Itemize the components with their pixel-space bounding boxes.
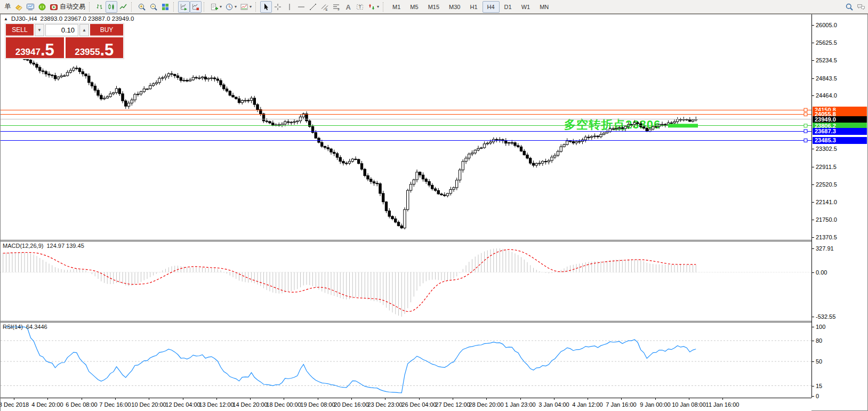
horizontal-line-button[interactable] bbox=[295, 1, 307, 13]
timeframe-h4[interactable]: H4 bbox=[483, 1, 500, 13]
macd-indicator-pane[interactable] bbox=[1, 241, 811, 321]
timeframe-mn[interactable]: MN bbox=[535, 1, 553, 13]
auto-scroll-icon bbox=[180, 3, 188, 11]
tickets-button[interactable] bbox=[13, 1, 25, 13]
price-axis-label: 22520.5 bbox=[816, 181, 837, 188]
rsi-axis-label: 50 bbox=[816, 358, 822, 365]
timeframe-w1[interactable]: W1 bbox=[517, 1, 535, 13]
zoom-in-button[interactable] bbox=[136, 1, 148, 13]
templates-button[interactable]: ▾ bbox=[238, 1, 253, 13]
chat-button[interactable] bbox=[855, 1, 867, 13]
chart-symbol-period: DJ30-,H4 bbox=[11, 15, 37, 22]
rsi-indicator-label: RSI(14)64.3446 bbox=[3, 324, 47, 330]
time-axis-label: 14 Dec 20:00 bbox=[232, 401, 267, 408]
price-axis-label: 23302.5 bbox=[816, 146, 837, 152]
time-axis-label: 7 Jan 16:00 bbox=[606, 401, 637, 408]
time-axis-label: 13 Dec 12:00 bbox=[199, 401, 234, 408]
crosshair-button[interactable] bbox=[272, 1, 284, 13]
buy-price-box[interactable]: 23955 .5 bbox=[66, 37, 124, 58]
tickets-icon bbox=[14, 3, 23, 11]
support-price-chip: 23485.3 bbox=[813, 137, 867, 144]
time-axis-label: 18 Dec 00:00 bbox=[266, 401, 301, 408]
time-axis-label: 23 Dec 23:00 bbox=[367, 401, 402, 408]
line-chart-button[interactable] bbox=[117, 1, 129, 13]
volume-up-button[interactable]: ▲ bbox=[79, 24, 89, 36]
price-axis-label: 26005.0 bbox=[816, 22, 837, 28]
arrows-button[interactable]: ▾ bbox=[366, 1, 381, 13]
buy-button[interactable]: BUY bbox=[90, 24, 123, 36]
vertical-line-button[interactable] bbox=[284, 1, 295, 13]
candlestick-chart-button[interactable] bbox=[106, 1, 117, 13]
chart-ohlc-values: 23893.0 23967.0 23887.0 23949.0 bbox=[41, 15, 134, 22]
chart-shift-button[interactable] bbox=[190, 1, 202, 13]
sell-price-fraction: .5 bbox=[41, 44, 54, 57]
time-axis-label: 27 Dec 12:00 bbox=[435, 401, 470, 408]
news-button[interactable] bbox=[36, 1, 48, 13]
trendline-button[interactable] bbox=[307, 1, 319, 13]
rsi-indicator-pane[interactable] bbox=[1, 323, 811, 398]
time-axis-label: 20 Dec 16:00 bbox=[334, 401, 368, 408]
bar-chart-button[interactable] bbox=[94, 1, 106, 13]
terminal-icon bbox=[26, 3, 35, 11]
timeframe-m1[interactable]: M1 bbox=[388, 1, 405, 13]
dropdown-caret-icon: ▾ bbox=[235, 4, 237, 9]
volume-input[interactable] bbox=[45, 24, 78, 36]
chart-window: ▲ DJ30-,H4 23893.0 23967.0 23887.0 23949… bbox=[0, 14, 868, 411]
price-axis-label: 25625.5 bbox=[816, 39, 837, 46]
price-axis-label: 21750.0 bbox=[816, 216, 837, 223]
time-axis-label: 19 Dec 08:00 bbox=[300, 401, 335, 408]
text-label-button[interactable]: T bbox=[354, 1, 366, 13]
search-button[interactable] bbox=[843, 1, 855, 13]
equidistant-channel-icon: E bbox=[320, 3, 329, 11]
time-axis-label: 7 Dec 16:00 bbox=[99, 401, 131, 408]
rsi-axis-label: 15 bbox=[816, 383, 822, 389]
zoom-out-button[interactable] bbox=[148, 1, 159, 13]
templates-icon bbox=[240, 3, 248, 11]
autotrading-button[interactable]: 自动交易 bbox=[48, 1, 87, 13]
time-axis-label: 11 Jan 16:00 bbox=[706, 401, 740, 408]
timeframe-h1[interactable]: H1 bbox=[465, 1, 482, 13]
svg-text:T: T bbox=[359, 4, 362, 10]
toolbar-separator bbox=[131, 2, 134, 12]
timeframe-m30[interactable]: M30 bbox=[444, 1, 465, 13]
tile-windows-button[interactable] bbox=[159, 1, 171, 13]
time-axis-label: 3 Jan 04:00 bbox=[539, 401, 569, 408]
new-order-button[interactable]: 单 bbox=[1, 1, 13, 13]
sell-price-box[interactable]: 23947 .5 bbox=[6, 37, 64, 58]
collapse-trade-panel-icon[interactable]: ▲ bbox=[4, 17, 8, 21]
price-axis-label: 24464.0 bbox=[816, 92, 837, 99]
periods-button[interactable]: ▾ bbox=[223, 1, 238, 13]
search-icon bbox=[845, 3, 854, 11]
main-toolbar: 单自动交易▾▾▾EFAT▾M1M5M15M30H1H4D1W1MN bbox=[0, 0, 868, 14]
timeframe-m15[interactable]: M15 bbox=[423, 1, 444, 13]
toolbar-separator bbox=[383, 2, 385, 12]
price-axis[interactable]: 26005.025625.525234.524843.524464.023302… bbox=[811, 14, 867, 398]
time-axis-label: 6 Dec 08:00 bbox=[66, 401, 97, 408]
text-button[interactable]: A bbox=[342, 1, 354, 13]
svg-text:A: A bbox=[346, 3, 351, 11]
terminal-button[interactable] bbox=[25, 1, 36, 13]
macd-indicator-label: MACD(12,26,9)124.97 139.45 bbox=[3, 243, 84, 249]
indicators-button[interactable]: ▾ bbox=[208, 1, 223, 13]
rsi-value: 64.3446 bbox=[26, 324, 47, 330]
time-axis-label: 26 Dec 04:00 bbox=[401, 401, 436, 408]
time-axis-label: 28 Dec 20:00 bbox=[469, 401, 503, 408]
one-click-trade-panel: SELL ▼ ▲ BUY 23947 .5 23955 .5 bbox=[5, 23, 124, 59]
autotrading-icon bbox=[50, 3, 58, 11]
timeframe-m5[interactable]: M5 bbox=[405, 1, 423, 13]
time-axis[interactable]: 3 Dec 20184 Dec 20:006 Dec 08:007 Dec 16… bbox=[1, 398, 811, 411]
time-axis-label: 12 Dec 04:00 bbox=[165, 401, 200, 408]
sell-button[interactable]: SELL bbox=[6, 24, 34, 36]
auto-scroll-button[interactable] bbox=[178, 1, 190, 13]
rsi-axis-label: 100 bbox=[816, 324, 825, 330]
news-icon bbox=[38, 3, 46, 11]
fibonacci-button[interactable]: F bbox=[331, 1, 342, 13]
volume-down-button[interactable]: ▼ bbox=[35, 24, 44, 36]
equidistant-channel-button[interactable]: E bbox=[319, 1, 331, 13]
chart-shift-icon bbox=[191, 3, 200, 11]
timeframe-d1[interactable]: D1 bbox=[500, 1, 517, 13]
toolbar-separator bbox=[173, 2, 176, 12]
cursor-button[interactable] bbox=[260, 1, 272, 13]
price-axis-label: 21370.5 bbox=[816, 234, 837, 240]
price-axis-label: 25234.5 bbox=[816, 57, 837, 63]
